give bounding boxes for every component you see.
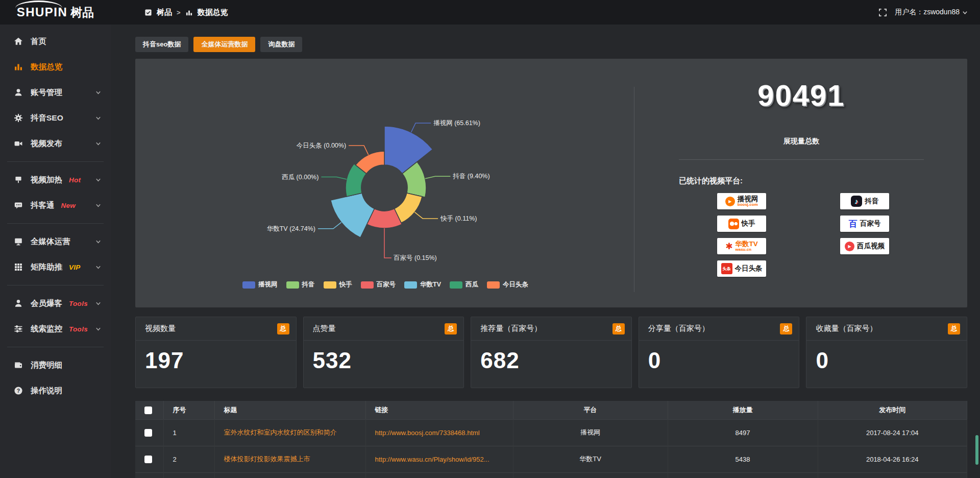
legend-item-7[interactable]: 今日头条: [487, 280, 528, 289]
video-table-wrap: 序号标题链接平台播放量发布时间 1室外水纹灯和室内水纹灯的区别和简介http:/…: [135, 401, 967, 478]
legend-item-6[interactable]: 西瓜: [450, 280, 478, 289]
media-icon: [14, 237, 23, 246]
chevron-down-icon: [95, 140, 102, 147]
page-layout: 首页数据总览账号管理抖音SEO视频发布视频加热Hot抖客通New全媒体运营矩阵助…: [0, 25, 980, 478]
sidebar-item-home[interactable]: 首页: [0, 29, 111, 54]
sidebar-badge: VIP: [69, 264, 81, 271]
user-menu-chevron-icon: [962, 10, 968, 15]
legend-item-3[interactable]: 快手: [324, 280, 352, 289]
sidebar-item-clue[interactable]: 线索监控Tools: [0, 316, 111, 342]
platform-logo-baijia: 百百家号: [840, 216, 889, 232]
overview-panel: 播视网 (65.61%)抖音 (9.40%)快手 (0.11%)百家号 (0.1…: [135, 59, 967, 307]
stat-card-header: 推荐量（百家号）总: [471, 317, 631, 341]
breadcrumb: 树品 > 数据总览: [144, 8, 228, 17]
row-title-link[interactable]: 楼体投影灯投影效果震撼上市: [214, 446, 365, 472]
table-header-2: 标题: [214, 401, 365, 419]
row-checkbox[interactable]: [144, 429, 152, 437]
table-header-4: 平台: [513, 401, 668, 419]
table-header-6: 发布时间: [818, 401, 967, 419]
sidebar-item-consume[interactable]: 消费明细: [0, 352, 111, 378]
platform-name: 百家号: [860, 220, 881, 227]
sidebar-divider: [7, 223, 104, 224]
row-checkbox-cell: [135, 419, 163, 446]
user-menu[interactable]: 用户名：zswodun88: [895, 8, 968, 17]
pie-label: 今日头条 (0.00%): [297, 142, 346, 149]
legend-item-4[interactable]: 百家号: [361, 280, 396, 289]
total-impressions-value: 90491: [679, 78, 924, 112]
row-checkbox[interactable]: [144, 456, 152, 463]
table-body: 1室外水纹灯和室内水纹灯的区别和简介http://www.boosj.com/7…: [135, 419, 967, 478]
legend-label: 华数TV: [420, 280, 441, 289]
sidebar-item-data[interactable]: 数据总览: [0, 54, 111, 80]
row-url-link[interactable]: http://www.wasu.cn/Play/show/id/952...: [365, 446, 513, 472]
stat-card-label: 收藏量（百家号）: [816, 324, 877, 333]
platform-logo-xigua: ▶西瓜视频: [840, 238, 889, 254]
row-publish-time: 2018-04-26 16:24: [818, 446, 967, 472]
pie-label-leader: [425, 176, 451, 179]
row-views: [668, 472, 818, 478]
chart-legend: 播视网抖音快手百家号华数TV西瓜今日头条: [135, 280, 635, 289]
legend-label: 百家号: [377, 280, 396, 289]
chevron-down-icon: [95, 264, 102, 271]
stat-card-header: 分享量（百家号）总: [639, 317, 799, 341]
legend-label: 西瓜: [465, 280, 478, 289]
user-icon: [14, 88, 23, 97]
sidebar-item-label: 矩阵助推: [31, 262, 62, 273]
chevron-down-icon: [95, 238, 102, 245]
platform-logo-wasu: ✱华数TVwasu.cn: [717, 238, 766, 254]
sidebar-nav: 首页数据总览账号管理抖音SEO视频发布视频加热Hot抖客通New全媒体运营矩阵助…: [0, 25, 111, 478]
sidebar-item-label: 抖音SEO: [31, 113, 63, 124]
legend-item-2[interactable]: 抖音: [286, 280, 315, 289]
tab-2[interactable]: 全媒体运营数据: [193, 37, 255, 52]
select-all-checkbox[interactable]: [144, 407, 152, 414]
row-title-link[interactable]: 室外水纹灯和室内水纹灯的区别和简介: [214, 419, 365, 446]
sidebar-item-matrix[interactable]: 矩阵助推VIP: [0, 254, 111, 280]
legend-swatch: [286, 281, 299, 289]
platform-share-rose-chart: 播视网 (65.61%)抖音 (9.40%)快手 (0.11%)百家号 (0.1…: [135, 59, 635, 307]
platform-name: 今日头条: [735, 265, 763, 272]
platform-domain: boosj.com: [738, 203, 758, 207]
video-icon: [14, 139, 23, 148]
pie-label-leader: [411, 123, 431, 132]
sidebar-item-chat[interactable]: 抖客通New: [0, 193, 111, 218]
row-url-link[interactable]: [365, 472, 513, 478]
sidebar-item-label: 视频加热: [31, 175, 62, 185]
sidebar-item-help[interactable]: ?操作说明: [0, 378, 111, 403]
sidebar-badge: Tools: [69, 300, 88, 307]
kuaishou-logo-icon: [728, 219, 739, 229]
pie-slice-5[interactable]: [331, 193, 375, 237]
total-badge: 总: [780, 323, 792, 334]
platform-logo-boosj: ▶播视网boosj.com: [717, 193, 766, 209]
pie-slice-1[interactable]: [384, 126, 433, 174]
stat-card-header: 点赞量总: [304, 317, 464, 341]
page-scrollbar-thumb[interactable]: [975, 435, 978, 465]
chevron-down-icon: [95, 89, 102, 96]
total-badge: 总: [612, 323, 625, 334]
sidebar-item-media[interactable]: 全媒体运营: [0, 229, 111, 254]
legend-item-1[interactable]: 播视网: [242, 280, 278, 289]
legend-swatch: [242, 281, 255, 289]
tab-3[interactable]: 询盘数据: [260, 37, 302, 52]
pie-label: 百家号 (0.15%): [394, 254, 437, 261]
row-title-link[interactable]: [214, 472, 365, 478]
tab-1[interactable]: 抖音seo数据: [135, 37, 188, 52]
sidebar-item-user[interactable]: 账号管理: [0, 80, 111, 105]
sidebar-item-gear[interactable]: 抖音SEO: [0, 105, 111, 131]
sidebar-item-member[interactable]: 会员爆客Tools: [0, 291, 111, 316]
table-header-1: 序号: [163, 401, 214, 419]
stat-card-value: 0: [639, 341, 799, 373]
gear-icon: [14, 113, 23, 123]
app-logo[interactable]: SHUPIN 树品: [0, 0, 111, 25]
stat-card-header: 视频数量总: [136, 317, 296, 341]
platform-logo-toutiao: 头条今日头条: [717, 260, 766, 277]
breadcrumb-root[interactable]: 树品: [157, 8, 172, 17]
top-bar: SHUPIN 树品 树品 > 数据总览 用户名：zswodun88: [0, 0, 980, 25]
sidebar-divider: [7, 347, 104, 347]
fullscreen-icon[interactable]: [878, 8, 887, 17]
row-url-link[interactable]: http://www.boosj.com/7338468.html: [365, 419, 513, 446]
sidebar-item-heat[interactable]: 视频加热Hot: [0, 167, 111, 193]
table-header-3: 链接: [365, 401, 513, 419]
sidebar-item-video[interactable]: 视频发布: [0, 131, 111, 156]
legend-item-5[interactable]: 华数TV: [404, 280, 441, 289]
stat-card-label: 点赞量: [313, 324, 336, 333]
